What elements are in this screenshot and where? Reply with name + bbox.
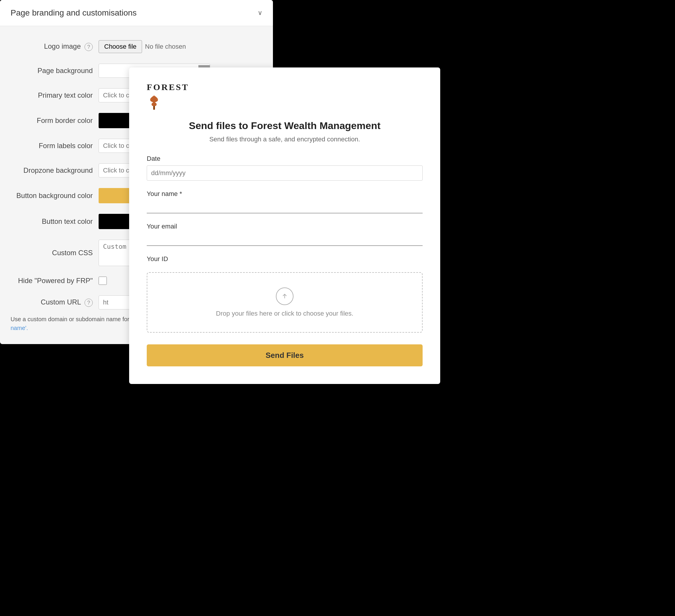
- form-labels-color-label: Form labels color: [11, 142, 93, 150]
- hide-powered-checkbox[interactable]: [99, 277, 107, 285]
- svg-point-2: [156, 99, 158, 100]
- logo-text: FOREST: [147, 82, 189, 92]
- dropzone-text: Drop your files here or click to choose …: [216, 310, 353, 317]
- id-field: Your ID: [147, 255, 423, 263]
- form-subtitle: Send files through a safe, and encrypted…: [147, 136, 423, 143]
- page-background-label: Page background: [11, 67, 93, 75]
- logo-image-row: Logo image ? Choose file No file chosen: [0, 35, 273, 58]
- email-input[interactable]: [147, 233, 423, 246]
- custom-css-label: Custom CSS: [11, 249, 93, 257]
- date-input[interactable]: [147, 165, 423, 181]
- logo-help-icon[interactable]: ?: [84, 43, 93, 51]
- black-bar-right: [273, 0, 675, 68]
- send-files-button[interactable]: Send Files: [147, 344, 423, 366]
- settings-panel-title: Page branding and customisations: [11, 8, 137, 18]
- form-logo-area: FOREST: [147, 82, 423, 111]
- email-label: Your email: [147, 223, 423, 230]
- svg-rect-0: [153, 106, 155, 110]
- primary-text-color-label: Primary text color: [11, 91, 93, 99]
- form-border-color-label: Form border color: [11, 116, 93, 125]
- button-text-color-label: Button text color: [11, 217, 93, 226]
- email-field: Your email: [147, 223, 423, 246]
- date-label: Date: [147, 155, 423, 163]
- custom-url-label: Custom URL ?: [11, 298, 93, 307]
- id-label: Your ID: [147, 255, 423, 263]
- button-bg-color-label: Button background color: [11, 191, 93, 200]
- no-file-text: No file chosen: [145, 43, 186, 51]
- upload-icon: [276, 287, 294, 305]
- black-bar-bottom: [0, 411, 675, 616]
- dropzone-background-label: Dropzone background: [11, 166, 93, 175]
- dropzone[interactable]: Drop your files here or click to choose …: [147, 272, 423, 333]
- name-input[interactable]: [147, 201, 423, 213]
- settings-header: Page branding and customisations ∨: [0, 0, 273, 26]
- logo-tree-icon: [147, 94, 161, 111]
- svg-point-5: [154, 96, 155, 96]
- chevron-down-icon[interactable]: ∨: [258, 9, 262, 17]
- choose-file-button[interactable]: Choose file: [99, 40, 142, 53]
- name-label: Your name *: [147, 190, 423, 198]
- svg-point-3: [152, 96, 153, 97]
- logo-image-control: Choose file No file chosen: [99, 40, 262, 53]
- svg-point-1: [151, 99, 152, 100]
- date-field: Date: [147, 155, 423, 181]
- preview-panel: FOREST Send files to Forest Wealth Manag…: [129, 68, 440, 384]
- hide-powered-label: Hide "Powered by FRP": [11, 277, 93, 285]
- custom-url-help-icon[interactable]: ?: [84, 298, 93, 307]
- name-field: Your name *: [147, 190, 423, 213]
- logo-image-label: Logo image ?: [11, 42, 93, 51]
- svg-point-4: [155, 96, 156, 97]
- form-title: Send files to Forest Wealth Management: [147, 120, 423, 131]
